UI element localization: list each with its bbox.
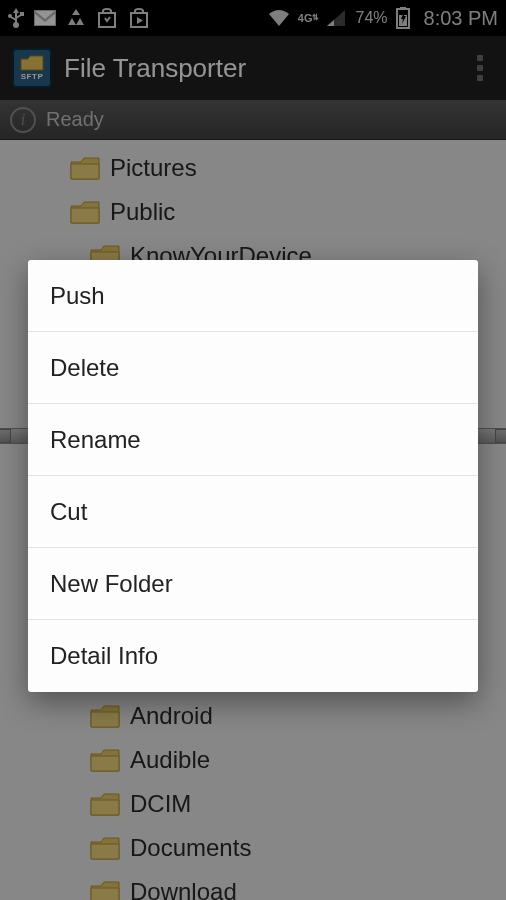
context-menu-item-delete[interactable]: Delete [28, 332, 478, 404]
context-menu-item-new-folder[interactable]: New Folder [28, 548, 478, 620]
context-menu-item-label: Detail Info [50, 642, 158, 670]
context-menu-item-push[interactable]: Push [28, 260, 478, 332]
context-menu-item-rename[interactable]: Rename [28, 404, 478, 476]
screen: 4G⇅ 74% 8:03 PM SFTP File Transporter i … [0, 0, 506, 900]
context-menu-item-detail-info[interactable]: Detail Info [28, 620, 478, 692]
context-menu-item-label: Cut [50, 498, 87, 526]
context-menu-item-label: Push [50, 282, 105, 310]
context-menu-dialog: PushDeleteRenameCutNew FolderDetail Info [28, 260, 478, 692]
context-menu-item-label: Delete [50, 354, 119, 382]
context-menu-item-cut[interactable]: Cut [28, 476, 478, 548]
context-menu-item-label: Rename [50, 426, 141, 454]
context-menu-item-label: New Folder [50, 570, 173, 598]
